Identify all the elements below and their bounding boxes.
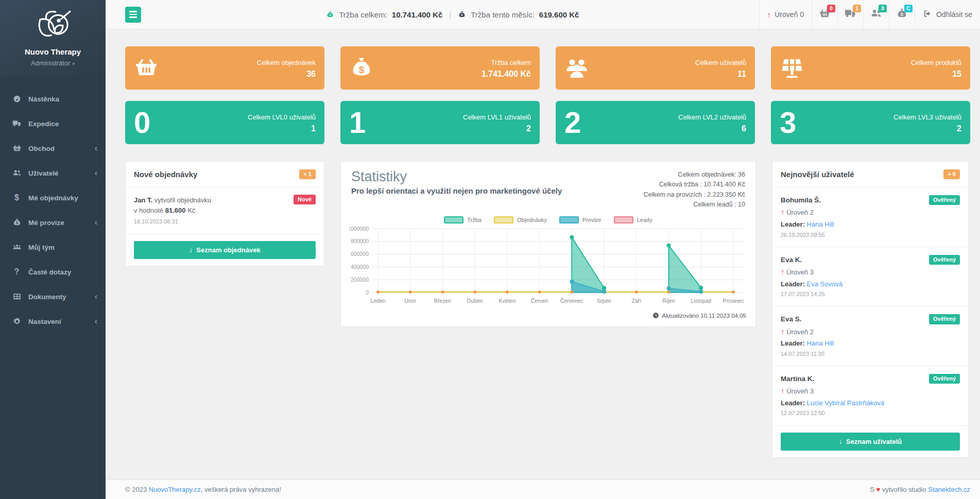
sidebar-item-dokumenty[interactable]: Dokumenty ‹ bbox=[0, 284, 106, 309]
sidebar-item-caste-dotazy[interactable]: ? Časté dotazy bbox=[0, 260, 106, 284]
revenue-total-label: Tržba celkem: bbox=[339, 10, 387, 19]
panel-title: Nejnovější uživatelé bbox=[781, 170, 854, 179]
sidebar-item-muj-tym[interactable]: Můj tým bbox=[0, 235, 106, 260]
leader-link[interactable]: Eva Sovová bbox=[807, 280, 843, 288]
content-area: Celkem objednávek36 $ Tržba celkem1.741.… bbox=[106, 29, 980, 479]
stat-card-orders[interactable]: Celkem objednávek36 bbox=[125, 46, 324, 90]
svg-text:$: $ bbox=[16, 221, 18, 225]
sidebar-item-me-provize[interactable]: $ Mé provize ‹ bbox=[0, 210, 106, 235]
legend-item: Objednávky bbox=[494, 216, 547, 223]
sidebar-item-nastaveni[interactable]: Nastavení ‹ bbox=[0, 309, 106, 334]
caret-down-icon: ▾ bbox=[73, 61, 75, 66]
gear-icon bbox=[12, 317, 22, 326]
svg-text:Říjen: Říjen bbox=[662, 298, 675, 304]
chevron-left-icon: ‹ bbox=[95, 169, 97, 177]
footer-site-link[interactable]: NuovoTherapy.cz bbox=[149, 486, 201, 493]
footer: © 2023 NuovoTherapy.cz, veškerá práva vy… bbox=[106, 479, 980, 499]
legend-swatch bbox=[614, 216, 633, 223]
statistics-chart: 02000004000006000008000001000000LedenÚno… bbox=[349, 226, 748, 307]
table-icon bbox=[12, 292, 22, 302]
level-card-lvl3[interactable]: 3 Celkem LVL3 uživatelů2 bbox=[771, 101, 970, 144]
down-arrow-icon: ↓ bbox=[189, 246, 193, 254]
verified-badge: Ověřený bbox=[929, 314, 960, 324]
up-arrow-icon: ↑ bbox=[767, 10, 771, 19]
svg-text:Listopad: Listopad bbox=[691, 298, 711, 304]
shipping-button[interactable]: 1 bbox=[837, 0, 863, 29]
up-arrow-icon: ↑ bbox=[781, 208, 785, 216]
sidebar-menu: Nástěnka Expedice Obchod ‹ Uživatelé bbox=[0, 87, 106, 334]
user-list-item[interactable]: Martina K. ↑ Úroveň 3 Leader: Lucie Vybí… bbox=[772, 366, 968, 426]
user-list-item[interactable]: Eva K. ↑ Úroveň 3 Leader: Eva Sovová 17.… bbox=[772, 247, 968, 307]
commissions-button[interactable]: $ C bbox=[889, 0, 915, 29]
dashboard-icon bbox=[12, 94, 22, 104]
logout-button[interactable]: Odhlásit se bbox=[915, 0, 980, 29]
users-badge: 0 bbox=[879, 5, 887, 12]
user-list-item[interactable]: Eva S. ↑ Úroveň 2 Leader: Hana Hill 14.0… bbox=[772, 306, 968, 366]
clock-icon bbox=[652, 312, 659, 320]
sidebar-toggle-button[interactable] bbox=[125, 7, 141, 23]
leader-link[interactable]: Lucie Vybíral Pastrňáková bbox=[807, 399, 885, 407]
chevron-left-icon: ‹ bbox=[95, 144, 97, 152]
up-arrow-icon: ↑ bbox=[781, 386, 785, 395]
sidebar: Nuovo Therapy Administrátor▾ Nástěnka Ex… bbox=[0, 0, 106, 499]
up-arrow-icon: ↑ bbox=[781, 267, 785, 276]
stat-card-revenue[interactable]: $ Tržba celkem1.741.400 Kč bbox=[340, 46, 540, 90]
order-list-item[interactable]: Jan T. vytvořil objednávku v hodnotě 81.… bbox=[126, 187, 324, 234]
users-icon bbox=[12, 168, 22, 178]
cart-badge: 0 bbox=[827, 5, 835, 12]
money-bag-icon: $ bbox=[349, 56, 378, 80]
panels-row: Nové objednávky + 1 Jan T. vytvořil obje… bbox=[125, 161, 970, 458]
level-card-lvl0[interactable]: 0 Celkem LVL0 uživatelů1 bbox=[125, 101, 324, 144]
verified-badge: Ověřený bbox=[929, 374, 960, 384]
verified-badge: Ověřený bbox=[929, 195, 960, 205]
stat-card-users[interactable]: Celkem uživatelů11 bbox=[556, 46, 755, 90]
user-list-item[interactable]: Bohumila Š. ↑ Úroveň 2 Leader: Hana Hill… bbox=[772, 187, 968, 247]
sidebar-item-me-objednavky[interactable]: $ Mé objednávky bbox=[0, 185, 106, 210]
leader-link[interactable]: Hana Hill bbox=[807, 220, 834, 228]
level-indicator[interactable]: ↑ Úroveň 0 bbox=[759, 0, 812, 29]
app-title: Nuovo Therapy bbox=[4, 47, 101, 56]
svg-text:Leden: Leden bbox=[370, 298, 385, 304]
users-button[interactable]: 0 bbox=[863, 0, 889, 29]
basket-icon bbox=[12, 144, 22, 153]
money-bag-icon: $ bbox=[326, 10, 334, 20]
newest-users-panel: Nejnovější uživatelé + 0 Bohumila Š. ↑ Ú… bbox=[772, 161, 969, 458]
main-column: $ Tržba celkem: 10.741.400 Kč | $ Tržba … bbox=[106, 0, 980, 499]
chart-updated: Aktualizováno 10.11.2023 04:05 bbox=[341, 309, 755, 326]
sidebar-item-expedice[interactable]: Expedice bbox=[0, 111, 106, 136]
leader-link[interactable]: Hana Hill bbox=[807, 339, 834, 347]
money-bag-icon: $ bbox=[12, 218, 22, 228]
svg-text:0: 0 bbox=[366, 289, 369, 295]
svg-text:Prosinec: Prosinec bbox=[723, 298, 744, 304]
revenue-summary: $ Tržba celkem: 10.741.400 Kč | $ Tržba … bbox=[146, 0, 759, 29]
new-users-count-badge: + 0 bbox=[943, 169, 960, 179]
orders-list-button[interactable]: ↓ Seznam objednávek bbox=[134, 241, 316, 259]
sidebar-item-obchod[interactable]: Obchod ‹ bbox=[0, 136, 106, 161]
revenue-month-value: 619.600 Kč bbox=[539, 10, 579, 19]
users-list-button[interactable]: ↓ Seznam uživatelů bbox=[781, 433, 960, 451]
sidebar-item-uzivatele[interactable]: Uživatelé ‹ bbox=[0, 161, 106, 185]
orders-cart-button[interactable]: 0 bbox=[812, 0, 837, 29]
svg-text:Srpen: Srpen bbox=[597, 298, 611, 304]
level-card-lvl1[interactable]: 1 Celkem LVL1 uživatelů2 bbox=[340, 101, 540, 144]
truck-icon bbox=[12, 119, 22, 129]
sidebar-item-nastenka[interactable]: Nástěnka bbox=[0, 87, 106, 111]
svg-text:Září: Září bbox=[631, 298, 641, 304]
chart-legend: TržbaObjednávkyProvizeLeady bbox=[341, 212, 755, 226]
top-bar: $ Tržba celkem: 10.741.400 Kč | $ Tržba … bbox=[106, 0, 980, 29]
panel-subtitle: Pro lepší orientaci a využití nejen pro … bbox=[351, 186, 562, 195]
level-card-lvl2[interactable]: 2 Celkem LVL2 uživatelů6 bbox=[556, 101, 755, 144]
svg-text:$: $ bbox=[359, 64, 365, 75]
heart-icon: ♥ bbox=[876, 486, 880, 493]
svg-text:200000: 200000 bbox=[351, 276, 369, 282]
stat-card-products[interactable]: Celkem produktů15 bbox=[771, 46, 970, 90]
legend-swatch bbox=[444, 216, 463, 223]
logout-icon bbox=[923, 9, 933, 20]
legend-swatch bbox=[494, 216, 513, 223]
question-icon: ? bbox=[12, 267, 22, 277]
svg-text:Únor: Únor bbox=[404, 298, 416, 304]
footer-copyright: © 2023 NuovoTherapy.cz, veškerá práva vy… bbox=[125, 486, 281, 493]
footer-studio-link[interactable]: Stanektech.cz bbox=[928, 486, 970, 493]
legend-item: Leady bbox=[614, 216, 652, 223]
role-dropdown[interactable]: Administrátor▾ bbox=[4, 59, 101, 67]
